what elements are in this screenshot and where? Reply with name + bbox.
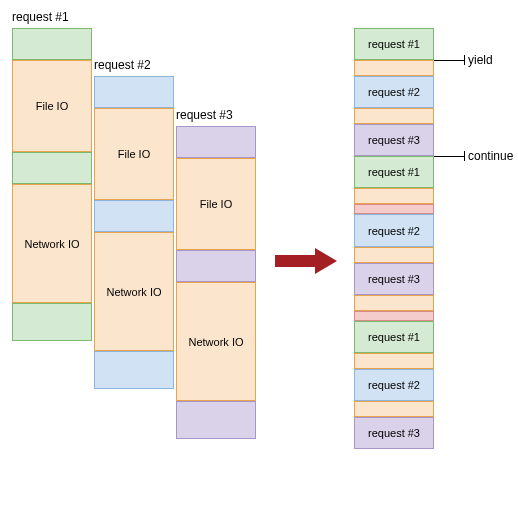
- col2-blk4: [94, 351, 174, 389]
- r-blk0: request #1: [354, 28, 434, 60]
- col3-blk2: [176, 250, 256, 282]
- r-blk13: request #1: [354, 321, 434, 353]
- r-blk2: request #2: [354, 76, 434, 108]
- right-stack: request #1 request #2 request #3 request…: [354, 28, 434, 449]
- continue-line-v: [464, 151, 465, 161]
- col1-blk1: File IO: [12, 60, 92, 152]
- col2-blk1: File IO: [94, 108, 174, 200]
- r-blk16: [354, 401, 434, 417]
- arrow-icon: [275, 248, 335, 274]
- col1-blk3: Network IO: [12, 184, 92, 303]
- col1: File IO Network IO: [12, 28, 92, 341]
- col2-title: request #2: [94, 58, 151, 72]
- r-blk5: request #1: [354, 156, 434, 188]
- col3-title: request #3: [176, 108, 233, 122]
- col3-blk3: Network IO: [176, 282, 256, 401]
- r-blk11: [354, 295, 434, 311]
- col3-blk1: File IO: [176, 158, 256, 250]
- col1-blk0: [12, 28, 92, 60]
- col1-blk2: [12, 152, 92, 184]
- col2: File IO Network IO: [94, 76, 174, 389]
- col1-blk4: [12, 303, 92, 341]
- col2-blk2: [94, 200, 174, 232]
- continue-label: continue: [468, 149, 513, 163]
- r-blk14: [354, 353, 434, 369]
- col3: File IO Network IO: [176, 126, 256, 439]
- col2-blk3: Network IO: [94, 232, 174, 351]
- r-blk8: request #2: [354, 214, 434, 247]
- col1-title: request #1: [12, 10, 69, 24]
- yield-label: yield: [468, 53, 493, 67]
- col3-blk0: [176, 126, 256, 158]
- r-blk1: [354, 60, 434, 76]
- r-blk6: [354, 188, 434, 204]
- r-blk7: [354, 204, 434, 214]
- yield-line-v: [464, 55, 465, 65]
- yield-line-h: [434, 60, 464, 61]
- r-blk15: request #2: [354, 369, 434, 401]
- r-blk10: request #3: [354, 263, 434, 295]
- r-blk3: [354, 108, 434, 124]
- r-blk12: [354, 311, 434, 321]
- r-blk4: request #3: [354, 124, 434, 156]
- r-blk17: request #3: [354, 417, 434, 449]
- r-blk9: [354, 247, 434, 263]
- continue-line-h: [434, 156, 464, 157]
- col2-blk0: [94, 76, 174, 108]
- col3-blk4: [176, 401, 256, 439]
